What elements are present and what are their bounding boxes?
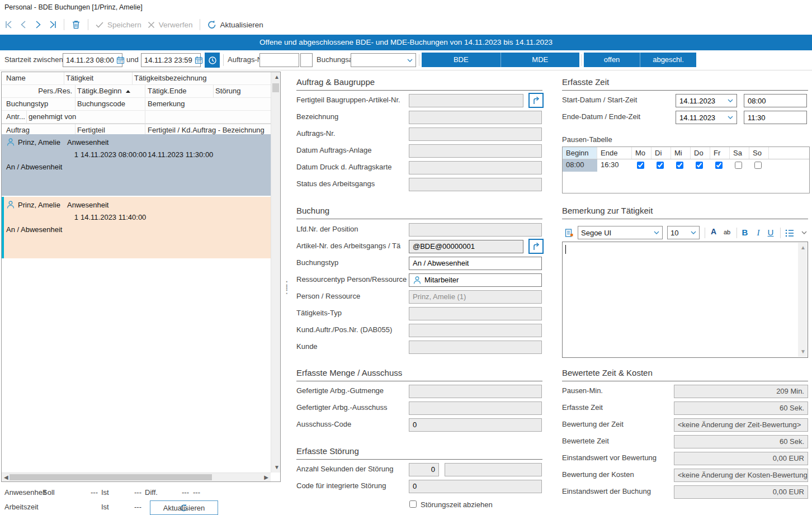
pausen-mi-checkbox[interactable] <box>676 162 683 169</box>
summary-refresh-button[interactable]: Aktualisieren <box>150 500 218 515</box>
scroll-down-icon[interactable]: ▼ <box>800 349 806 355</box>
taetigkeits-typ-input[interactable] <box>409 307 542 320</box>
nav-prev-button[interactable] <box>19 20 28 29</box>
ressourcentyp-input[interactable]: Mitarbeiter <box>409 273 542 287</box>
col-antrag[interactable]: Antr... <box>6 112 25 121</box>
pausen-do-checkbox[interactable] <box>696 162 703 169</box>
col-stoerung[interactable]: Störung <box>215 87 241 95</box>
col-bemerkung[interactable]: Bemerkung <box>148 100 185 108</box>
datum-auftrags-anlage-input[interactable] <box>409 144 542 158</box>
scroll-up-icon[interactable]: ▲ <box>274 74 280 80</box>
col-taetigk-beginn[interactable]: Tätigk.Beginn <box>77 87 122 95</box>
ende-zeit-input[interactable]: 11:30 <box>744 111 807 124</box>
kundauftr-pos-nr-input[interactable] <box>409 324 542 337</box>
offen-button[interactable]: offen <box>584 53 640 67</box>
refresh-button[interactable]: Aktualisieren <box>207 20 263 30</box>
start-zeit-input[interactable]: 08:00 <box>744 94 807 107</box>
datum-druck-input[interactable] <box>409 161 542 174</box>
vertical-scrollbar[interactable]: ▲ ▼ <box>271 72 280 473</box>
font-size-select[interactable]: 10 <box>667 226 700 239</box>
col-fertigteil[interactable]: Fertigteil <box>77 126 105 134</box>
fertigteil-artikel-nr-input[interactable] <box>409 94 523 107</box>
stoerung-text-input[interactable] <box>445 463 542 476</box>
scroll-right-icon[interactable]: ▶ <box>264 475 268 480</box>
mde-button[interactable]: MDE <box>501 53 580 67</box>
col-taetigk-ende[interactable]: Tätigk.Ende <box>148 87 186 95</box>
gutmenge-input[interactable] <box>409 385 542 398</box>
pausen-col-ende[interactable]: Ende <box>597 147 632 159</box>
col-name[interactable]: Name <box>6 74 26 82</box>
textarea-scrollbar[interactable]: ▲ ▼ <box>798 243 807 357</box>
pausen-col-so[interactable]: So <box>749 147 769 159</box>
font-name-select[interactable]: Segoe UI <box>578 226 663 239</box>
bezeichnung-input[interactable] <box>409 111 542 124</box>
underline-button[interactable]: U <box>766 226 776 239</box>
delete-button[interactable] <box>71 20 81 30</box>
pausen-col-do[interactable]: Do <box>691 147 710 159</box>
col-genehmigt-von[interactable]: genehmigt von <box>29 112 76 121</box>
stoerung-sekunden-input[interactable]: 0 <box>409 463 439 476</box>
artikel-nr-arbeitsgang-input[interactable]: @BDE@00000001 <box>409 240 523 253</box>
jump-to-artikel-button[interactable] <box>528 93 544 108</box>
start-datetime-input[interactable]: 14.11.23 08:00 <box>63 53 122 67</box>
lfd-nr-input[interactable] <box>409 223 542 237</box>
time-filter-button[interactable] <box>205 53 220 68</box>
scroll-left-icon[interactable]: ◀ <box>4 475 8 480</box>
pausen-col-di[interactable]: Di <box>652 147 671 159</box>
stoerungszeit-abziehen-checkbox[interactable] <box>409 500 417 508</box>
status-arbeitsgang-input[interactable] <box>409 178 542 191</box>
calendar-icon[interactable] <box>116 56 125 64</box>
more-options-icon[interactable] <box>801 231 807 234</box>
jump-to-arbeitsgang-button[interactable] <box>528 239 544 254</box>
col-taetigkeitsbezeichnung[interactable]: Tätigkeitsbezeichnung <box>134 74 206 82</box>
auftrags-nr-input[interactable] <box>409 127 542 141</box>
pausen-col-mo[interactable]: Mo <box>632 147 652 159</box>
buchungstyp-input[interactable]: An / Abwesenheit <box>409 257 542 270</box>
auftrag-nr-input[interactable] <box>259 53 299 67</box>
bemerkung-textarea[interactable]: ▲ ▼ <box>562 242 808 358</box>
booking-row-1[interactable]: Prinz, Amelie Anwesenheit 1 14.11.2023 0… <box>2 134 272 196</box>
scrollbar-thumb[interactable] <box>10 474 212 480</box>
col-auftrag[interactable]: Auftrag <box>6 126 30 134</box>
start-datum-select[interactable]: 14.11.2023 <box>676 94 737 107</box>
ausschuss-code-input[interactable]: 0 <box>409 418 542 432</box>
font-color-icon[interactable]: A <box>709 228 719 235</box>
person-ressource-input[interactable]: Prinz, Amelie (1) <box>409 290 542 304</box>
pausen-col-sa[interactable]: Sa <box>730 147 749 159</box>
ausschuss-input[interactable] <box>409 401 542 415</box>
pausen-ende-cell[interactable]: 16:30 <box>597 159 632 172</box>
bullet-list-icon[interactable] <box>785 228 795 238</box>
pausen-beginn-cell[interactable]: 08:00 <box>563 159 597 172</box>
nav-last-button[interactable] <box>48 20 57 29</box>
pausen-col-mi[interactable]: Mi <box>671 147 691 159</box>
nav-next-button[interactable] <box>34 20 43 29</box>
col-fertigteil-bezeichnung[interactable]: Fertigteil / Kd.Auftrag - Bezeichnung <box>148 126 265 134</box>
discard-button[interactable]: Verwerfen <box>147 21 193 29</box>
bold-button[interactable]: B <box>740 226 750 239</box>
pausen-so-checkbox[interactable] <box>754 162 762 169</box>
scroll-down-icon[interactable]: ▼ <box>274 465 280 470</box>
col-pers-res[interactable]: Pers./Res. <box>35 87 72 95</box>
pausen-mo-checkbox[interactable] <box>637 162 644 169</box>
nav-first-button[interactable] <box>4 20 13 29</box>
highlight-color-icon[interactable]: ab <box>721 229 733 235</box>
buchungsart-select[interactable] <box>351 53 416 67</box>
panel-splitter[interactable]: ⋮⋮ <box>282 282 291 292</box>
bde-button[interactable]: BDE <box>422 53 501 67</box>
pausen-di-checkbox[interactable] <box>657 162 664 169</box>
scroll-up-icon[interactable]: ▲ <box>800 245 806 251</box>
booking-row-2[interactable]: Prinz, Amelie Anwesenheit 1 14.11.2023 1… <box>2 197 272 258</box>
col-taetigkeit[interactable]: Tätigkeit <box>66 74 93 82</box>
abgeschl-button[interactable]: abgeschl. <box>640 53 696 67</box>
calendar-icon[interactable] <box>195 56 203 64</box>
pausen-fr-checkbox[interactable] <box>715 162 723 169</box>
stoerung-code-input[interactable]: 0 <box>409 480 542 493</box>
scrollbar-thumb[interactable] <box>272 83 279 92</box>
italic-button[interactable]: I <box>753 226 763 239</box>
ende-datum-select[interactable]: 14.11.2023 <box>676 111 737 124</box>
kunde-input[interactable] <box>409 341 542 354</box>
col-buchungstyp[interactable]: Buchungstyp <box>6 100 48 108</box>
insert-text-module-icon[interactable] <box>564 228 574 238</box>
horizontal-scrollbar[interactable]: ◀ ▶ <box>2 473 271 481</box>
auftrag-nr-pos-input[interactable] <box>300 53 313 67</box>
